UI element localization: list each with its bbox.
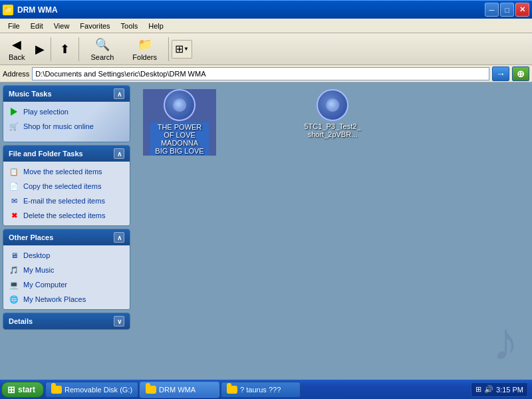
menu-view[interactable]: View (49, 21, 75, 31)
close-button[interactable]: ✕ (515, 3, 529, 17)
search-icon: 🔍 (95, 37, 110, 52)
toolbar-separator-3 (168, 37, 169, 61)
toolbar: ◀ Back ▶ ⬆ 🔍 Search 📁 Folders ⊞ ▼ (0, 33, 532, 65)
view-button[interactable]: ⊞ ▼ (172, 40, 192, 59)
other-places-collapse[interactable]: ∧ (114, 232, 124, 243)
view-dropdown-icon: ▼ (184, 46, 189, 52)
minimize-button[interactable]: ─ (485, 3, 499, 17)
task-my-music-label: My Music (23, 266, 54, 274)
up-icon: ⬆ (60, 42, 70, 57)
folders-button[interactable]: 📁 Folders (124, 36, 166, 63)
folders-icon: 📁 (138, 37, 152, 52)
menu-favorites[interactable]: Favorites (74, 21, 115, 31)
folders-label: Folders (132, 53, 157, 61)
music-tasks-title: Music Tasks (9, 90, 52, 98)
taskbar: ⊞ start Removable Disk (G:) DRM WMA ? ta… (0, 379, 532, 399)
task-delete-selected[interactable]: ✖ Delete the selected items (3, 208, 130, 223)
file-folder-tasks-header[interactable]: File and Folder Tasks ∧ (3, 146, 130, 162)
music-tasks-collapse[interactable]: ∧ (114, 88, 124, 99)
details-collapse[interactable]: ∨ (114, 316, 124, 327)
view-icon: ⊞ (175, 43, 184, 55)
task-delete-label: Delete the selected items (23, 211, 106, 219)
task-my-network[interactable]: 🌐 My Network Places (3, 292, 130, 307)
wma-inner-2 (326, 98, 339, 112)
task-email-label: E-mail the selected items (23, 197, 105, 205)
file-item-1[interactable]: THE POWER OF LOVE MADONNA BIG BIG LOVE (143, 89, 216, 156)
file-folder-tasks-collapse[interactable]: ∧ (114, 148, 124, 159)
task-move-label: Move the selected items (23, 168, 102, 176)
taskbar-folder-icon-2 (146, 386, 156, 394)
taskbar-right: ⊞ 🔊 3:15 PM (471, 382, 531, 397)
details-header[interactable]: Details ∨ (3, 313, 130, 329)
taskbar-window-removable[interactable]: Removable Disk (G:) (45, 382, 138, 398)
restore-button[interactable]: □ (500, 3, 514, 17)
other-places-section: Other Places ∧ 🖥 Desktop 🎵 My Music 💻 My… (3, 229, 130, 310)
task-desktop[interactable]: 🖥 Desktop (3, 248, 130, 263)
task-shop-music[interactable]: 🛒 Shop for music online (3, 119, 130, 134)
music-tasks-body: Play selection 🛒 Shop for music online (3, 102, 130, 142)
window-title: DRM WMA (17, 5, 58, 15)
start-label: start (18, 385, 35, 394)
toolbar-separator-2 (78, 37, 79, 61)
taskbar-window-taurus[interactable]: ? taurus ??? (221, 382, 301, 398)
file-label-1: THE POWER OF LOVE MADONNA BIG BIG LOVE (150, 122, 209, 156)
forward-icon: ▶ (35, 42, 45, 57)
task-my-computer-label: My Computer (23, 281, 67, 289)
email-icon: ✉ (9, 196, 19, 206)
task-shop-label: Shop for music online (23, 122, 94, 130)
other-places-body: 🖥 Desktop 🎵 My Music 💻 My Computer 🌐 My … (3, 245, 130, 309)
file-name-1-line1: THE POWER OF LOVE (152, 123, 207, 139)
back-label: Back (9, 53, 25, 61)
up-button[interactable]: ⬆ (54, 36, 76, 63)
desktop-icon: 🖥 (9, 250, 19, 261)
music-tasks-header[interactable]: Music Tasks ∧ (3, 86, 130, 102)
task-move-selected[interactable]: 📋 Move the selected items (3, 164, 130, 179)
start-button[interactable]: ⊞ start (1, 382, 44, 398)
my-music-icon: 🎵 (9, 265, 19, 275)
other-places-header[interactable]: Other Places ∧ (3, 229, 130, 245)
search-label: Search (90, 53, 114, 61)
menu-tools[interactable]: Tools (116, 21, 144, 31)
address-go-button[interactable]: → (492, 66, 509, 81)
details-title: Details (9, 317, 33, 325)
address-input[interactable] (32, 67, 489, 80)
other-places-title: Other Places (9, 233, 53, 241)
menu-help[interactable]: Help (143, 21, 169, 31)
task-play-selection[interactable]: Play selection (3, 104, 130, 119)
shop-icon: 🛒 (9, 121, 19, 132)
title-bar-left: 📁 DRM WMA (3, 5, 58, 15)
music-note-decoration: ♪ (492, 311, 519, 372)
task-play-label: Play selection (23, 108, 68, 116)
file-name-1-line2: MADONNA (152, 139, 207, 147)
taskbar-window-label-1: Removable Disk (G:) (65, 386, 132, 394)
wma-inner-1 (173, 98, 186, 112)
address-go2-button[interactable]: ⊕ (512, 66, 529, 81)
taskbar-window-drm-wma[interactable]: DRM WMA (140, 382, 219, 398)
music-tasks-section: Music Tasks ∧ Play selection 🛒 Shop for … (3, 85, 130, 142)
title-bar: 📁 DRM WMA ─ □ ✕ (0, 0, 532, 19)
menu-edit[interactable]: Edit (25, 21, 49, 31)
file-name-1-line3: BIG BIG LOVE (152, 147, 207, 155)
search-button[interactable]: 🔍 Search (82, 36, 122, 63)
menu-file[interactable]: File (3, 21, 25, 31)
file-item-2[interactable]: 5TC1_P3_Test2_short_2pVBR... (293, 89, 372, 138)
task-my-network-label: My Network Places (23, 295, 86, 303)
task-my-music[interactable]: 🎵 My Music (3, 263, 130, 277)
file-folder-tasks-section: File and Folder Tasks ∧ 📋 Move the selec… (3, 145, 130, 226)
play-icon (9, 106, 19, 117)
back-button[interactable]: ◀ Back (3, 36, 31, 63)
title-controls: ─ □ ✕ (485, 3, 529, 17)
file-folder-tasks-body: 📋 Move the selected items 📄 Copy the sel… (3, 162, 130, 225)
task-copy-selected[interactable]: 📄 Copy the selected items (3, 179, 130, 194)
left-panel: Music Tasks ∧ Play selection 🛒 Shop for … (0, 82, 133, 379)
task-email-selected[interactable]: ✉ E-mail the selected items (3, 194, 130, 208)
copy-icon: 📄 (9, 181, 19, 192)
file-icon-1 (164, 89, 196, 121)
delete-icon: ✖ (9, 210, 19, 221)
forward-button[interactable]: ▶ (32, 36, 48, 63)
taskbar-window-label-3: ? taurus ??? (240, 386, 281, 394)
file-folder-tasks-title: File and Folder Tasks (9, 150, 83, 158)
task-my-computer[interactable]: 💻 My Computer (3, 277, 130, 292)
file-icon-2 (317, 89, 348, 121)
windows-logo: ⊞ (7, 384, 15, 395)
